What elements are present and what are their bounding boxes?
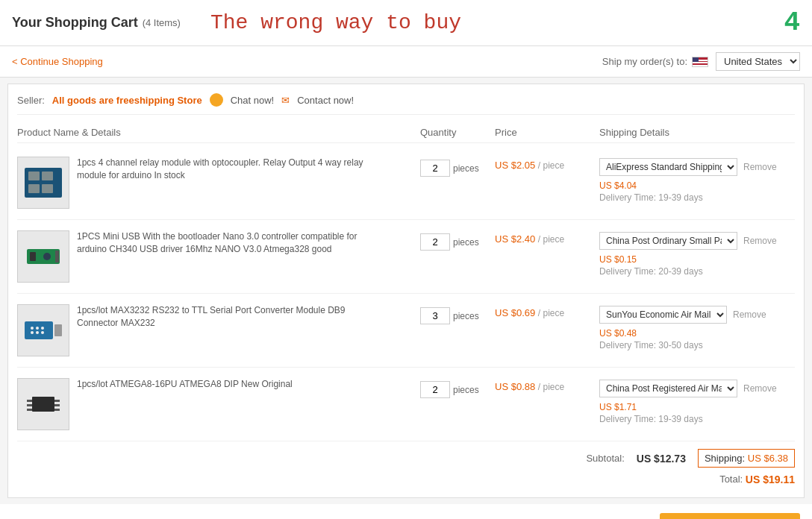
- column-headers: Product Name & Details Quantity Price Sh…: [17, 122, 795, 143]
- chat-now-button[interactable]: Chat now!: [231, 95, 275, 106]
- chat-icon: [210, 93, 223, 107]
- price-value: US $0.88: [495, 381, 535, 392]
- product-cell: 1pcs 4 channel relay module with optocou…: [17, 157, 420, 209]
- price-value: US $2.40: [495, 233, 535, 245]
- svg-rect-6: [30, 252, 36, 261]
- shipping-select-wrap: China Post Ordinary Small Packet Remove: [599, 232, 795, 250]
- shipping-method-select[interactable]: China Post Registered Air Mail: [599, 380, 737, 397]
- svg-rect-23: [54, 409, 60, 411]
- contact-now-button[interactable]: Contact now!: [297, 95, 354, 106]
- svg-rect-19: [27, 404, 32, 406]
- subtotal-row: Subtotal: US $12.73 Shipping: US $6.38: [17, 441, 795, 471]
- svg-rect-10: [54, 324, 62, 336]
- buy-from-seller-button[interactable]: Buy from this seller: [660, 513, 800, 519]
- shipping-select-wrap: China Post Registered Air Mail Remove: [599, 380, 795, 397]
- price-cell: US $2.40 / piece: [495, 230, 599, 245]
- page-header: Your Shopping Cart (4 Items) The wrong w…: [0, 0, 812, 46]
- product-name: 1pcs 4 channel relay module with optocou…: [77, 157, 368, 182]
- svg-rect-22: [54, 404, 60, 406]
- per-piece-label: / piece: [538, 160, 564, 171]
- seller-bar: Seller: All goods are freeshipping Store…: [17, 93, 795, 115]
- subtotal-label: Subtotal:: [586, 453, 624, 464]
- delivery-time: Delivery Time: 19-39 days: [599, 414, 795, 424]
- quantity-cell: pieces: [420, 157, 495, 177]
- us-flag-icon: [692, 57, 708, 67]
- remove-button[interactable]: Remove: [743, 236, 777, 246]
- table-row: 1pcs 4 channel relay module with optocou…: [17, 146, 795, 220]
- shipping-cell: China Post Registered Air Mail Remove US…: [599, 378, 795, 424]
- seller-name[interactable]: All goods are freeshipping Store: [52, 95, 202, 106]
- price-value: US $2.05: [495, 160, 535, 171]
- shipping-method-select[interactable]: China Post Ordinary Small Packet: [599, 232, 737, 250]
- svg-rect-2: [42, 172, 53, 180]
- product-image: [17, 157, 69, 209]
- product-cell: 1pcs/lot MAX3232 RS232 to TTL Serial Por…: [17, 304, 420, 356]
- shipping-cost: US $1.71: [599, 402, 795, 412]
- product-name: 1PCS Mini USB With the bootloader Nano 3…: [77, 230, 368, 256]
- price-cell: US $0.69 / piece: [495, 304, 599, 318]
- per-piece-label: / piece: [538, 234, 564, 245]
- price-cell: US $0.88 / piece: [495, 378, 599, 392]
- table-row: 1pcs/lot MAX3232 RS232 to TTL Serial Por…: [17, 294, 795, 368]
- cart-title: Your Shopping Cart: [12, 15, 138, 31]
- ship-destination: Ship my order(s) to: United States: [602, 52, 800, 71]
- remove-button[interactable]: Remove: [743, 162, 777, 172]
- quantity-cell: pieces: [420, 304, 495, 324]
- svg-point-12: [36, 327, 39, 330]
- svg-rect-3: [28, 184, 40, 193]
- svg-rect-20: [27, 409, 32, 411]
- subtotal-value: US $12.73: [637, 453, 686, 465]
- svg-rect-4: [42, 184, 53, 193]
- cart-main: Seller: All goods are freeshipping Store…: [7, 84, 805, 498]
- seller-label: Seller:: [17, 95, 45, 106]
- svg-point-16: [41, 331, 44, 334]
- svg-rect-21: [54, 400, 60, 402]
- col-price: Price: [495, 127, 599, 138]
- item-count: (4 Items): [143, 17, 181, 28]
- svg-point-13: [41, 327, 44, 330]
- product-image: [17, 230, 69, 283]
- header-number: 4: [784, 7, 800, 38]
- shipping-method-select[interactable]: SunYou Economic Air Mail: [599, 306, 727, 324]
- quantity-input[interactable]: [420, 381, 450, 398]
- col-shipping: Shipping Details: [599, 127, 795, 138]
- quantity-input[interactable]: [420, 307, 450, 324]
- price-cell: US $2.05 / piece: [495, 157, 599, 171]
- product-list: 1pcs 4 channel relay module with optocou…: [17, 146, 795, 441]
- svg-rect-9: [25, 321, 53, 339]
- svg-rect-18: [27, 400, 32, 402]
- col-quantity: Quantity: [420, 127, 495, 138]
- product-image: [17, 378, 69, 430]
- page-slogan: The wrong way to buy: [210, 11, 784, 34]
- product-name: 1pcs/lot ATMEGA8-16PU ATMEGA8 DIP New Or…: [77, 378, 293, 391]
- nav-bar: < Continue Shopping Ship my order(s) to:…: [0, 46, 812, 78]
- shipping-total-value: US $6.38: [748, 453, 788, 464]
- country-select[interactable]: United States: [716, 52, 800, 71]
- svg-rect-1: [28, 172, 40, 180]
- remove-button[interactable]: Remove: [743, 383, 777, 394]
- svg-point-15: [36, 331, 39, 334]
- total-value: US $19.11: [746, 474, 795, 485]
- pieces-label: pieces: [453, 160, 479, 174]
- table-row: 1PCS Mini USB With the bootloader Nano 3…: [17, 220, 795, 294]
- remove-button[interactable]: Remove: [733, 309, 766, 320]
- delivery-time: Delivery Time: 20-39 days: [599, 266, 795, 277]
- shipping-cell: China Post Ordinary Small Packet Remove …: [599, 230, 795, 277]
- delivery-time: Delivery Time: 19-39 days: [599, 192, 795, 203]
- product-cell: 1pcs/lot ATMEGA8-16PU ATMEGA8 DIP New Or…: [17, 378, 420, 430]
- continue-shopping-link[interactable]: < Continue Shopping: [12, 56, 103, 67]
- shipping-select-wrap: AliExpress Standard Shipping Remove: [599, 158, 795, 176]
- shipping-cell: SunYou Economic Air Mail Remove US $0.48…: [599, 304, 795, 350]
- quantity-input[interactable]: [420, 233, 450, 251]
- shipping-cell: AliExpress Standard Shipping Remove US $…: [599, 157, 795, 203]
- quantity-input[interactable]: [420, 160, 450, 177]
- pieces-label: pieces: [453, 307, 479, 321]
- svg-point-7: [43, 253, 51, 260]
- product-name: 1pcs/lot MAX3232 RS232 to TTL Serial Por…: [77, 304, 368, 330]
- shipping-cost: US $0.15: [599, 254, 795, 265]
- total-label: Total:: [719, 474, 743, 485]
- shipping-cost: US $0.48: [599, 328, 795, 339]
- per-piece-label: / piece: [538, 382, 564, 392]
- quantity-cell: pieces: [420, 230, 495, 251]
- shipping-method-select[interactable]: AliExpress Standard Shipping: [599, 158, 737, 176]
